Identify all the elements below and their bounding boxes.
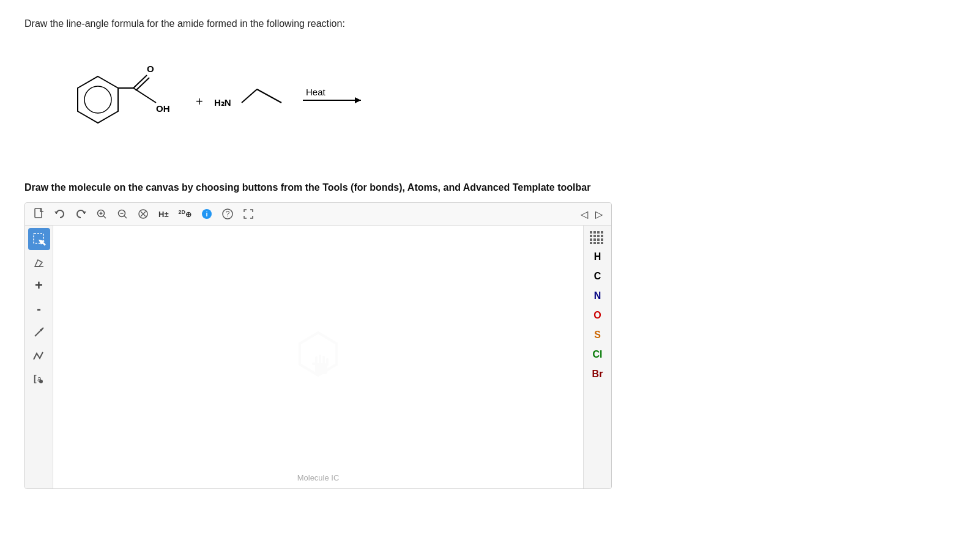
svg-rect-55 xyxy=(593,238,596,241)
chain-bond-button[interactable] xyxy=(28,344,50,366)
svg-line-6 xyxy=(133,88,156,103)
svg-rect-54 xyxy=(590,238,592,241)
svg-marker-15 xyxy=(54,212,58,214)
nav-left-button[interactable]: ◁ xyxy=(578,207,590,221)
svg-text:O: O xyxy=(147,64,154,74)
atom-grid-button[interactable] xyxy=(587,228,609,246)
atom-H-button[interactable]: H xyxy=(587,248,609,266)
molecule-editor: H± 2D⊕ i ? ◁ ▷ xyxy=(24,202,612,489)
svg-line-11 xyxy=(257,89,281,103)
svg-rect-49 xyxy=(601,231,603,234)
nav-arrows: ◁ ▷ xyxy=(578,207,605,221)
reaction-diagram: O OH + H₂N Heat xyxy=(61,42,939,164)
svg-marker-13 xyxy=(355,97,361,103)
svg-point-38 xyxy=(39,380,43,383)
svg-rect-52 xyxy=(597,235,600,237)
template-button[interactable]: [ a xyxy=(28,367,50,389)
svg-rect-53 xyxy=(601,235,603,237)
canvas-placeholder-icon xyxy=(281,320,355,394)
atom-N-button[interactable]: N xyxy=(587,287,609,305)
svg-text:[: [ xyxy=(34,374,37,383)
svg-line-20 xyxy=(103,216,106,218)
select-tool-button[interactable] xyxy=(28,228,50,250)
svg-rect-61 xyxy=(601,242,603,244)
canvas-hint: Molecule IC xyxy=(297,473,340,482)
clean-button[interactable] xyxy=(135,207,151,221)
atom-Br-button[interactable]: Br xyxy=(587,365,609,383)
zoom-out-button[interactable] xyxy=(114,207,130,221)
new-button[interactable] xyxy=(31,207,47,221)
heat-label: Heat xyxy=(306,87,326,97)
svg-rect-60 xyxy=(597,242,600,244)
svg-rect-50 xyxy=(590,235,592,237)
info-button[interactable]: i xyxy=(199,207,215,221)
add-atom-button[interactable]: + xyxy=(28,274,50,297)
question-line1: Draw the line-angle formula for the amid… xyxy=(24,18,939,29)
svg-rect-51 xyxy=(593,235,596,237)
svg-rect-56 xyxy=(597,238,600,241)
coord-2d-button[interactable]: 2D⊕ xyxy=(176,208,195,220)
atoms-toolbar: H C N O S Cl Br xyxy=(583,226,611,488)
svg-rect-47 xyxy=(593,231,596,234)
atom-Cl-button[interactable]: Cl xyxy=(587,345,609,364)
erase-tool-button[interactable] xyxy=(28,251,50,273)
h-plus-minus-button[interactable]: H± xyxy=(156,208,171,220)
svg-text:OH: OH xyxy=(156,103,170,114)
svg-marker-32 xyxy=(39,240,46,246)
zoom-in-button[interactable] xyxy=(94,207,110,221)
svg-rect-46 xyxy=(590,231,592,234)
single-bond-button[interactable] xyxy=(28,321,50,343)
svg-marker-16 xyxy=(83,212,86,214)
svg-point-1 xyxy=(84,86,111,113)
svg-rect-45 xyxy=(312,363,316,365)
drawing-canvas[interactable]: Molecule IC xyxy=(53,226,583,488)
redo-button[interactable] xyxy=(73,207,89,221)
atom-C-button[interactable]: C xyxy=(587,267,609,286)
svg-rect-43 xyxy=(322,356,325,364)
instruction-text: Draw the molecule on the canvas by choos… xyxy=(24,182,939,193)
svg-text:?: ? xyxy=(226,210,230,218)
svg-line-10 xyxy=(242,89,257,103)
left-toolbar: + - [ a xyxy=(25,226,53,488)
help-button[interactable]: ? xyxy=(220,207,236,221)
svg-rect-42 xyxy=(319,355,321,364)
svg-line-23 xyxy=(124,216,127,218)
svg-rect-48 xyxy=(597,231,600,234)
svg-rect-58 xyxy=(590,242,592,244)
reaction-svg: O OH + H₂N Heat xyxy=(61,42,502,164)
undo-button[interactable] xyxy=(52,207,68,221)
remove-button[interactable]: - xyxy=(28,298,50,320)
svg-rect-57 xyxy=(601,238,603,241)
svg-text:+: + xyxy=(196,95,203,108)
svg-rect-59 xyxy=(593,242,596,244)
atom-S-button[interactable]: S xyxy=(587,326,609,344)
canvas-area: + - [ a xyxy=(25,226,611,488)
svg-rect-44 xyxy=(326,358,329,366)
svg-marker-0 xyxy=(78,76,118,123)
atom-O-button[interactable]: O xyxy=(587,306,609,325)
editor-toolbar: H± 2D⊕ i ? ◁ ▷ xyxy=(25,203,611,226)
svg-text:H₂N: H₂N xyxy=(214,97,231,108)
svg-text:i: i xyxy=(206,210,208,218)
fullscreen-button[interactable] xyxy=(240,207,256,221)
nav-right-button[interactable]: ▷ xyxy=(593,207,605,221)
